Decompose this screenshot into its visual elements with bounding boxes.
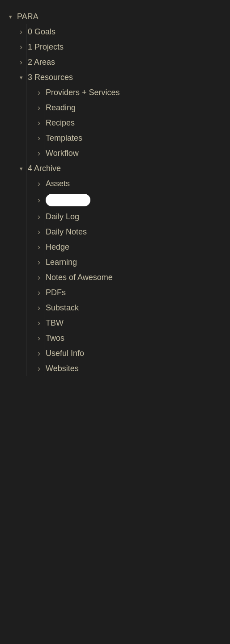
tbw-label: TBW [46,318,64,328]
recipes-label: Recipes [46,118,75,128]
pdfs-chevron [34,288,44,297]
useful-info-label: Useful Info [46,349,84,358]
areas-chevron [16,57,26,67]
goals-label: 0 Goals [28,27,55,37]
tree-item-pill[interactable] [0,191,230,209]
areas-label: 2 Areas [28,58,55,67]
reading-chevron [34,103,44,113]
reading-label: Reading [46,103,76,113]
tree-item-archive[interactable]: 4 Archive [0,161,230,176]
tree-item-pdfs[interactable]: PDFs [0,285,230,300]
archive-label: 4 Archive [28,164,61,173]
projects-chevron [16,42,26,52]
tree-item-areas[interactable]: 2 Areas [0,54,230,70]
tree-item-reading[interactable]: Reading [0,100,230,115]
substack-chevron [34,303,44,313]
daily-notes-label: Daily Notes [46,227,87,237]
useful-info-chevron [34,348,44,358]
tree-item-learning[interactable]: Learning [0,255,230,270]
notes-awesome-chevron [34,272,44,282]
websites-chevron [34,364,44,373]
tree-item-providers[interactable]: Providers + Services [0,85,230,100]
tree-item-workflow[interactable]: Workflow [0,146,230,161]
tree-item-daily-notes[interactable]: Daily Notes [0,224,230,239]
resources-children: Providers + Services Reading Recipes Tem… [0,85,230,161]
tree-item-templates[interactable]: Templates [0,130,230,146]
resources-label: 3 Resources [28,73,73,82]
para-chevron [5,12,15,21]
learning-label: Learning [46,258,77,267]
tree-item-twos[interactable]: Twos [0,330,230,346]
providers-label: Providers + Services [46,88,120,97]
recipes-chevron [34,118,44,128]
tree-item-goals[interactable]: 0 Goals [0,24,230,39]
daily-notes-chevron [34,227,44,237]
tree-item-notes-awesome[interactable]: Notes of Awesome [0,270,230,285]
tree-item-useful-info[interactable]: Useful Info [0,346,230,361]
tree-item-substack[interactable]: Substack [0,300,230,315]
tree-item-projects[interactable]: 1 Projects [0,39,230,54]
para-label: PARA [17,12,38,21]
assets-chevron [34,179,44,188]
tree-item-tbw[interactable]: TBW [0,315,230,330]
daily-log-chevron [34,212,44,222]
providers-chevron [34,88,44,97]
substack-label: Substack [46,303,79,313]
daily-log-label: Daily Log [46,212,79,222]
tree-item-daily-log[interactable]: Daily Log [0,209,230,224]
twos-label: Twos [46,334,64,343]
pdfs-label: PDFs [46,288,66,297]
websites-label: Websites [46,364,79,373]
tree-root-para[interactable]: PARA [0,9,230,24]
archive-children: Assets Daily Log Daily Notes Hedge [0,176,230,376]
templates-label: Templates [46,134,82,143]
assets-label: Assets [46,179,70,188]
tbw-chevron [34,318,44,328]
projects-label: 1 Projects [28,42,64,52]
archive-chevron [16,163,26,173]
workflow-chevron [34,148,44,158]
notes-awesome-label: Notes of Awesome [46,273,113,282]
learning-chevron [34,257,44,267]
pill-chevron [34,195,44,205]
twos-chevron [34,333,44,343]
tree-item-recipes[interactable]: Recipes [0,115,230,130]
file-tree: PARA 0 Goals 1 Projects 2 Areas 3 Resour… [0,0,230,385]
para-children: 0 Goals 1 Projects 2 Areas 3 Resources P… [0,24,230,376]
hedge-chevron [34,242,44,252]
tree-item-resources[interactable]: 3 Resources [0,70,230,85]
goals-chevron [16,27,26,37]
tree-item-assets[interactable]: Assets [0,176,230,191]
tree-item-hedge[interactable]: Hedge [0,239,230,255]
templates-chevron [34,133,44,143]
tree-item-websites[interactable]: Websites [0,361,230,376]
workflow-label: Workflow [46,149,79,158]
pill-item [46,194,90,206]
resources-chevron [16,72,26,82]
hedge-label: Hedge [46,243,69,252]
